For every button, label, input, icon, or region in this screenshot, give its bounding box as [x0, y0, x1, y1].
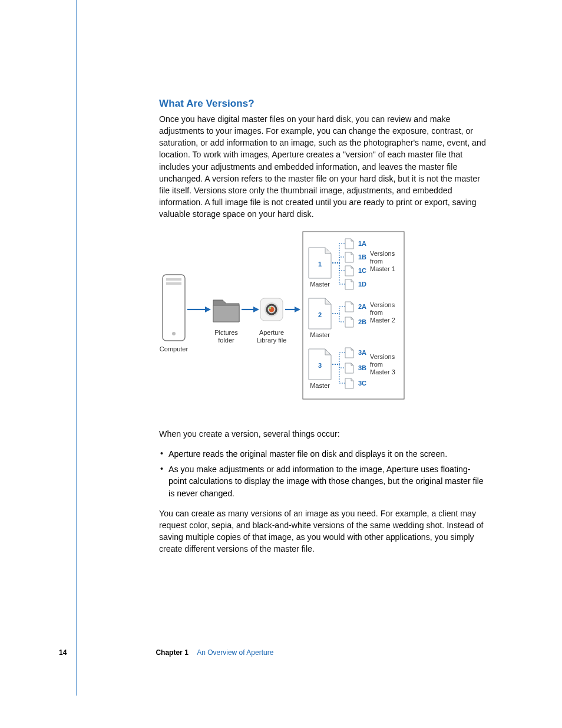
body-paragraph-1: Once you have digital master files on yo…	[159, 113, 486, 220]
version-1A-label: 1A	[358, 240, 366, 247]
version-1D-icon	[345, 279, 353, 289]
svg-point-3	[172, 332, 176, 335]
computer-icon	[163, 275, 185, 341]
version-3B-icon	[345, 363, 353, 373]
master-3-label: Master	[310, 382, 330, 389]
dash-3a	[332, 353, 345, 364]
version-1C-label: 1C	[358, 267, 366, 274]
version-3B-label: 3B	[358, 364, 366, 371]
version-1B-label: 1B	[358, 253, 366, 261]
dash-2a	[332, 307, 345, 314]
aperture-library-label-1: Aperture	[259, 329, 284, 336]
version-1A-icon	[345, 239, 353, 249]
page-number: 14	[59, 648, 77, 657]
pictures-folder-label-1: Pictures	[214, 329, 238, 336]
chapter-title: An Overview of Aperture	[197, 648, 273, 657]
folder-icon	[213, 300, 239, 322]
arrowhead-2	[253, 307, 259, 312]
versions-2-cap-l1: Versions	[370, 301, 395, 308]
arrowhead-3	[295, 307, 300, 312]
version-1D-label: 1D	[358, 281, 366, 288]
versions-3-cap-l3: Master 3	[370, 368, 395, 375]
version-2B-label: 2B	[358, 318, 366, 325]
version-2A-icon	[345, 302, 353, 312]
versions-1-cap-l2: from	[370, 258, 383, 265]
dash-1c	[332, 263, 345, 271]
versions-2-cap-l2: from	[370, 309, 383, 316]
arrowhead-1	[205, 307, 211, 312]
version-1C-icon	[345, 266, 353, 276]
left-rule	[76, 0, 77, 696]
version-3C-label: 3C	[358, 380, 366, 387]
versions-2-cap-l3: Master 2	[370, 317, 395, 324]
versions-3-cap-l2: from	[370, 361, 383, 368]
section-heading: What Are Versions?	[159, 98, 486, 110]
version-2B-icon	[345, 317, 353, 327]
aperture-library-label-2: Library file	[257, 337, 287, 344]
versions-diagram: Computer Pictures folder Apertu	[159, 230, 406, 401]
dash-1a	[332, 243, 345, 263]
main-content: What Are Versions? Once you have digital…	[159, 98, 486, 228]
page-footer: 14 Chapter 1 An Overview of Aperture	[59, 647, 483, 664]
version-1B-icon	[345, 252, 353, 262]
dash-2b	[332, 314, 345, 322]
bullet-list: Aperture reads the original master file …	[159, 448, 486, 499]
aperture-library-icon	[260, 298, 283, 321]
dash-3b	[332, 364, 345, 368]
version-3C-icon	[345, 378, 353, 388]
master-1-label: Master	[310, 281, 330, 288]
svg-rect-2	[166, 282, 181, 285]
dash-3c	[332, 364, 345, 383]
bullet-item: As you make adjustments or add informati…	[159, 463, 486, 499]
master-1-num: 1	[318, 261, 322, 268]
versions-1-cap-l3: Master 1	[370, 265, 395, 272]
pictures-folder-label-2: folder	[218, 337, 234, 344]
document-page: What Are Versions? Once you have digital…	[0, 0, 562, 728]
master-2-num: 2	[318, 311, 322, 318]
chapter-label: Chapter 1	[156, 648, 188, 657]
dash-1b	[332, 257, 345, 263]
version-2A-label: 2A	[358, 303, 366, 310]
bullet-item: Aperture reads the original master file …	[159, 448, 486, 460]
body-paragraph-3: You can create as many versions of an im…	[159, 508, 486, 555]
dash-1d	[332, 263, 345, 284]
master-3-num: 3	[318, 362, 322, 369]
svg-point-8	[269, 307, 271, 309]
body-paragraph-2: When you create a version, several thing…	[159, 428, 486, 440]
version-3A-label: 3A	[358, 349, 366, 356]
svg-rect-1	[166, 278, 181, 281]
master-2-label: Master	[310, 331, 330, 338]
versions-1-cap-l1: Versions	[370, 250, 395, 257]
computer-label: Computer	[160, 345, 189, 353]
lower-content: When you create a version, several thing…	[159, 428, 486, 563]
version-3A-icon	[345, 348, 353, 358]
versions-3-cap-l1: Versions	[370, 353, 395, 360]
